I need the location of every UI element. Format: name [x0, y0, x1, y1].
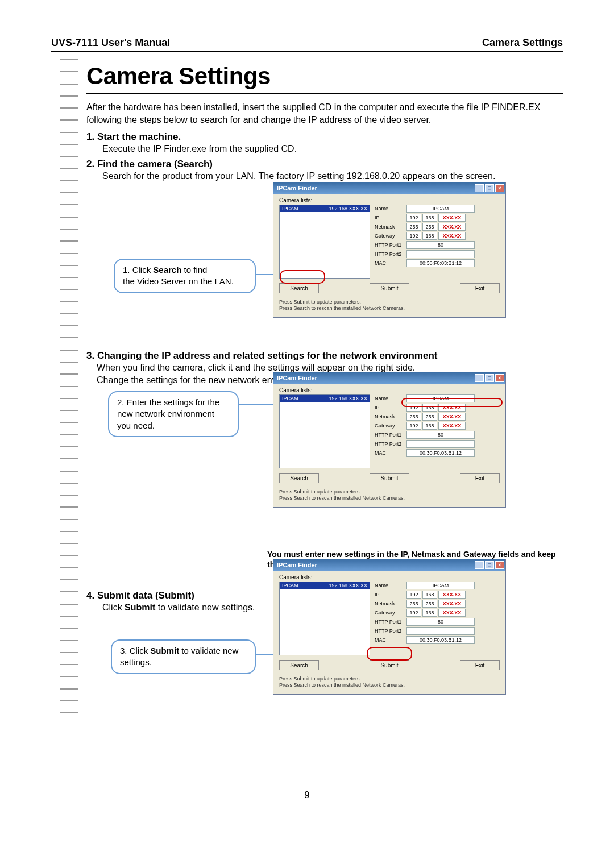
gateway-field-3[interactable]: XXX.XX: [438, 232, 466, 240]
exit-button[interactable]: Exit: [460, 283, 500, 293]
minimize-icon[interactable]: _: [475, 374, 484, 382]
submit-button[interactable]: Submit: [370, 283, 409, 293]
step2-body: Search for the product from your LAN. Th…: [102, 170, 563, 182]
name-field[interactable]: IPCAM: [406, 205, 475, 213]
maximize-icon[interactable]: □: [485, 184, 494, 192]
finder-hints: Press Submit to update parameters. Press…: [279, 299, 500, 312]
netmask-field-1[interactable]: 255: [406, 223, 421, 231]
camera-list-row[interactable]: IPCAM 192.168.XXX.XX: [280, 395, 370, 402]
search-button[interactable]: Search: [279, 473, 319, 483]
search-button[interactable]: Search: [279, 660, 319, 670]
netmask-field-2[interactable]: 255: [422, 223, 437, 231]
camera-list[interactable]: IPCAM 192.168.XXX.XX: [279, 582, 370, 655]
page-title: Camera Settings: [86, 63, 563, 90]
gateway-field-2[interactable]: 168: [422, 232, 437, 240]
submit-button[interactable]: Submit: [370, 473, 409, 483]
close-icon[interactable]: ×: [495, 374, 504, 382]
http-port1-field[interactable]: 80: [406, 241, 475, 249]
settings-panel: NameIPCAM IP192168XXX.XX Netmask255255XX…: [375, 205, 500, 279]
camera-list-row[interactable]: IPCAM 192.168.XXX.XX: [280, 205, 370, 212]
exit-button[interactable]: Exit: [460, 473, 500, 483]
camera-lists-label: Camera lists:: [279, 197, 500, 203]
header-left: UVS-7111 User's Manual: [51, 37, 170, 49]
close-icon[interactable]: ×: [495, 184, 504, 192]
maximize-icon[interactable]: □: [485, 374, 494, 382]
callout-search: 1. Click Search to find the Video Server…: [114, 259, 256, 293]
camera-list[interactable]: IPCAM 192.168.XXX.XX: [279, 394, 370, 468]
netmask-field-3[interactable]: XXX.XX: [438, 223, 466, 231]
finder-title-text: IPCam Finder: [277, 185, 317, 192]
exit-button[interactable]: Exit: [460, 660, 500, 670]
maximize-icon[interactable]: □: [485, 561, 494, 569]
http-port2-field[interactable]: [406, 250, 475, 258]
gateway-field-1[interactable]: 192: [406, 232, 421, 240]
search-button[interactable]: Search: [279, 283, 319, 293]
close-icon[interactable]: ×: [495, 561, 504, 569]
ip-field-2[interactable]: 168: [422, 214, 437, 222]
camera-list-row[interactable]: IPCAM 192.168.XXX.XX: [280, 582, 370, 589]
step2-heading: 2. Find the camera (Search): [86, 159, 563, 170]
ip-field-3[interactable]: XXX.XX: [438, 214, 466, 222]
finder-titlebar: IPCam Finder _ □ ×: [273, 372, 505, 384]
minimize-icon[interactable]: _: [475, 184, 484, 192]
page-number: 9: [305, 790, 310, 800]
page-header: UVS-7111 User's Manual Camera Settings: [51, 37, 563, 52]
step1-heading: 1. Start the machine.: [86, 131, 563, 143]
submit-button[interactable]: Submit: [370, 660, 409, 670]
step3-heading: 3. Changing the IP address and related s…: [86, 350, 563, 362]
ipcam-finder-window-3: IPCam Finder _ □ × Camera lists: IPCAM 1…: [273, 559, 506, 695]
ipcam-finder-window-1: IPCam Finder _ □ × Camera lists: IPCAM 1…: [273, 182, 506, 318]
finder-titlebar: IPCam Finder _ □ ×: [273, 559, 505, 571]
camera-list[interactable]: IPCAM 192.168.XXX.XX: [279, 205, 370, 279]
header-right: Camera Settings: [482, 37, 563, 49]
title-rule: [86, 93, 563, 94]
ip-field-1[interactable]: 192: [406, 214, 421, 222]
finder-titlebar: IPCam Finder _ □ ×: [273, 182, 505, 194]
callout-submit: 3. Click Submit to validate new settings…: [111, 639, 256, 674]
mac-field: 00:30:F0:03:B1:12: [406, 259, 475, 267]
step1-body: Execute the IP Finder.exe from the suppl…: [102, 143, 563, 155]
callout-settings: 2. Enter the settings for the new networ…: [108, 391, 239, 437]
ipcam-finder-window-2: IPCam Finder _ □ × Camera lists: IPCAM 1…: [273, 372, 506, 508]
minimize-icon[interactable]: _: [475, 561, 484, 569]
intro-paragraph: After the hardware has been installed, i…: [86, 101, 563, 126]
